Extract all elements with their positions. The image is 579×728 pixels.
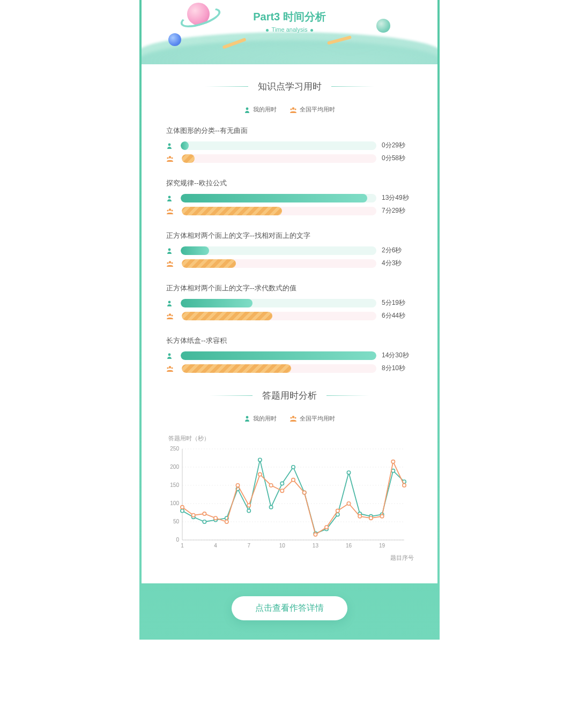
page-title: Part3 时间分析 [142, 10, 437, 24]
svg-point-6 [167, 157, 168, 159]
topic-block: 长方体纸盒--求容积14分30秒8分10秒 [166, 336, 413, 373]
svg-text:150: 150 [170, 482, 179, 488]
topic-block: 正方体相对两个面上的文字--找相对面上的文字2分6秒4分3秒 [166, 231, 413, 268]
bar-row-avg: 6分44秒 [166, 311, 413, 321]
svg-point-18 [167, 315, 168, 317]
bar-value: 0分29秒 [382, 141, 413, 150]
group-icon [290, 107, 297, 113]
svg-point-57 [269, 506, 272, 509]
svg-point-58 [280, 482, 284, 485]
svg-text:1: 1 [181, 543, 184, 549]
svg-point-13 [169, 261, 171, 264]
svg-point-11 [171, 210, 173, 212]
svg-point-7 [171, 157, 173, 159]
svg-point-71 [192, 514, 195, 517]
svg-text:13: 13 [313, 543, 319, 549]
group-icon [166, 206, 176, 216]
group-icon [166, 259, 176, 268]
svg-text:100: 100 [170, 500, 179, 506]
user-icon [244, 107, 250, 113]
svg-point-79 [280, 489, 284, 492]
view-details-button[interactable]: 点击查看作答详情 [232, 596, 347, 620]
svg-point-23 [171, 367, 173, 369]
bar-row-avg: 0分58秒 [166, 154, 413, 163]
svg-text:250: 250 [170, 446, 179, 452]
topic-block: 探究规律--欧拉公式13分49秒7分29秒 [166, 178, 413, 216]
topic-title: 长方体纸盒--求容积 [166, 336, 413, 346]
topic-block: 正方体相对两个面上的文字--求代数式的值5分19秒6分44秒 [166, 283, 413, 321]
meteor-icon [222, 37, 246, 49]
group-icon [290, 415, 297, 422]
svg-point-20 [168, 354, 171, 356]
bar-row-mine: 13分49秒 [166, 193, 413, 203]
planet-icon [168, 33, 181, 46]
bar-row-avg: 7分29秒 [166, 206, 413, 216]
topic-block: 立体图形的分类--有无曲面0分29秒0分58秒 [166, 126, 413, 163]
section-title-study-time: 知识点学习用时 [142, 80, 437, 93]
user-icon [166, 141, 175, 151]
topic-title: 立体图形的分类--有无曲面 [166, 126, 413, 136]
svg-point-10 [167, 210, 168, 212]
bar-value: 6分44秒 [382, 311, 413, 320]
svg-point-88 [380, 515, 383, 518]
svg-point-14 [167, 262, 168, 264]
svg-point-4 [168, 144, 171, 146]
bar-value: 13分49秒 [382, 193, 413, 202]
user-icon [166, 351, 175, 361]
meteor-icon [327, 35, 352, 45]
bar-row-avg: 8分10秒 [166, 364, 413, 373]
group-icon [166, 364, 176, 373]
section-title-answer-time: 答题用时分析 [142, 389, 437, 402]
bar-value: 0分58秒 [382, 154, 413, 163]
hero: Part3 时间分析 Time analysis [142, 0, 437, 64]
user-icon [166, 246, 175, 256]
bar-value: 8分10秒 [382, 364, 413, 373]
svg-text:19: 19 [379, 543, 385, 549]
svg-point-5 [169, 156, 171, 159]
chart-y-axis-label: 答题用时（秒） [168, 434, 416, 442]
svg-text:7: 7 [247, 543, 250, 549]
svg-point-0 [246, 107, 249, 110]
svg-text:10: 10 [279, 543, 286, 549]
svg-point-76 [247, 504, 250, 507]
legend: 我的用时 全国平均用时 [142, 106, 437, 114]
svg-point-26 [290, 417, 292, 418]
svg-text:200: 200 [170, 464, 179, 470]
svg-point-90 [403, 484, 406, 487]
svg-point-74 [225, 520, 228, 523]
svg-point-78 [269, 484, 272, 487]
legend-avg: 全国平均用时 [300, 106, 335, 114]
group-icon [166, 311, 176, 321]
svg-point-9 [169, 209, 171, 211]
svg-text:50: 50 [173, 519, 180, 524]
svg-point-49 [181, 509, 184, 512]
bar-row-mine: 14分30秒 [166, 351, 413, 361]
svg-text:0: 0 [176, 537, 179, 543]
user-icon [166, 298, 175, 308]
svg-point-82 [314, 533, 317, 536]
svg-point-84 [336, 509, 339, 512]
svg-point-19 [171, 315, 173, 317]
svg-point-2 [290, 108, 292, 110]
svg-point-17 [169, 314, 171, 316]
bar-value: 4分3秒 [382, 259, 413, 268]
svg-point-8 [168, 196, 171, 199]
bar-value: 2分6秒 [382, 246, 413, 255]
user-icon [244, 415, 250, 422]
answer-time-line-chart: 05010015020025014710131619 [163, 445, 416, 552]
page-subtitle: Time analysis [142, 26, 437, 33]
svg-point-85 [347, 502, 350, 505]
group-icon [166, 154, 176, 163]
svg-point-73 [214, 516, 217, 520]
svg-point-80 [292, 478, 295, 482]
svg-point-83 [325, 526, 328, 529]
svg-point-75 [236, 484, 239, 487]
svg-point-87 [369, 516, 373, 520]
bar-value: 5分19秒 [382, 298, 413, 307]
legend-mine: 我的用时 [253, 106, 277, 114]
svg-point-12 [168, 249, 171, 251]
topic-title: 正方体相对两个面上的文字--找相对面上的文字 [166, 231, 413, 241]
bar-row-mine: 0分29秒 [166, 141, 413, 151]
user-icon [166, 193, 175, 203]
bar-row-mine: 2分6秒 [166, 246, 413, 256]
